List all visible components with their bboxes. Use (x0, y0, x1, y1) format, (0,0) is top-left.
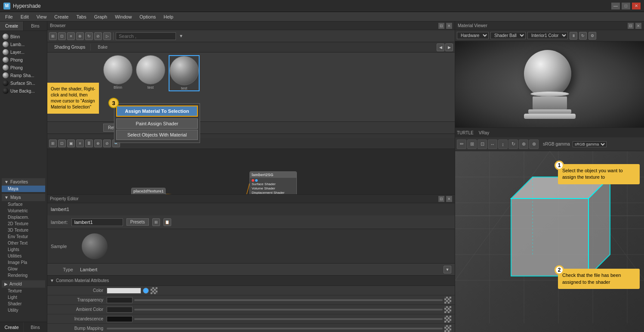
tb-icon-5[interactable]: ↻ (85, 32, 93, 40)
property-float-btn[interactable]: ⊟ (438, 196, 444, 202)
sidebar-item-rendering[interactable]: Rendering (2, 272, 45, 279)
sidebar-item-glow[interactable]: Glow (2, 266, 45, 272)
viewer-ball-dropdown[interactable]: Shader Ball (490, 32, 526, 39)
vp-tool-8[interactable]: ⊗ (529, 140, 539, 149)
menu-help[interactable]: Help (160, 13, 177, 20)
sidebar-item-utility[interactable]: Utility (2, 307, 45, 313)
graph-tb-3[interactable]: ▣ (67, 140, 75, 147)
type-dropdown-arrow[interactable]: ▼ (444, 266, 451, 273)
sidebar-item-maya[interactable]: Maya (2, 186, 45, 192)
browser-float-btn[interactable]: ⊟ (438, 23, 444, 29)
vp-tool-3[interactable]: ⊡ (478, 140, 487, 149)
sidebar-item-utilities[interactable]: Utilities (2, 253, 45, 259)
maximize-btn[interactable]: □ (622, 3, 630, 9)
vp-tool-6[interactable]: ↻ (508, 140, 518, 149)
node-place2dtexture[interactable]: place2dTexture1 Out UV[0] (131, 188, 166, 194)
material-swatch-1[interactable]: Blinn (103, 55, 132, 90)
menu-edit[interactable]: Edit (17, 13, 32, 20)
vp-tool-2[interactable]: ⊞ (467, 140, 477, 149)
sidebar-item-light[interactable]: Light (2, 294, 45, 301)
bake-tab[interactable]: Bake (92, 44, 113, 50)
prop-icon-1[interactable]: ⊞ (152, 218, 160, 226)
tb-icon-7[interactable]: ▷ (103, 32, 111, 40)
material-swatch-2[interactable]: test (136, 55, 165, 90)
graph-tb-2[interactable]: ⊡ (58, 140, 66, 147)
node-lambert2sg[interactable]: lambert2SG Surface Shader Volume Shader (250, 171, 297, 194)
create-bottom-btn[interactable]: Create (0, 322, 24, 332)
bump-checker[interactable] (444, 325, 451, 332)
close-btn[interactable]: ✕ (632, 3, 641, 9)
sidebar-item-envtexture[interactable]: Env Textur (2, 233, 45, 240)
turtle-tab[interactable]: TURTLE (457, 130, 474, 135)
sidebar-item-volumetric[interactable]: Volumetric (2, 208, 45, 214)
graph-tb-7[interactable]: ⊘ (103, 140, 111, 147)
material-swatch-3-selected[interactable]: test (169, 55, 200, 91)
graph-tb-6[interactable]: ⊕ (94, 140, 102, 147)
transparency-checker[interactable] (444, 297, 451, 304)
maya-group-header[interactable]: ▼ Maya (2, 194, 45, 201)
viewer-pause-btn[interactable]: ⏸ (570, 32, 577, 40)
sidebar-item-othertext[interactable]: Other Text (2, 240, 45, 246)
viewer-renderer-dropdown[interactable]: Hardware (457, 32, 489, 39)
sidebar-item-shader[interactable]: Shader (2, 301, 45, 307)
vp-tool-7[interactable]: ⊕ (519, 140, 528, 149)
attrs-section-header[interactable]: ▼ Common Material Attributes (47, 276, 455, 286)
transparency-swatch[interactable] (107, 297, 132, 303)
tb-icon-2[interactable]: ⊡ (58, 32, 66, 40)
bump-slider-track[interactable] (107, 328, 443, 329)
window-controls[interactable]: — □ ✕ (611, 3, 641, 9)
menu-view[interactable]: View (33, 13, 50, 20)
gamma-dropdown[interactable]: sRGB gamma (573, 141, 607, 147)
sidebar-item-imageplane[interactable]: Image Pla (2, 259, 45, 266)
create-tab[interactable]: Create (0, 22, 24, 31)
graph-tb-5[interactable]: ≣ (85, 140, 93, 147)
menu-options[interactable]: Options (136, 13, 159, 20)
collapse-icon[interactable]: ▶ (445, 43, 453, 51)
bins-tab[interactable]: Bins (24, 22, 47, 31)
ambient-checker[interactable] (444, 306, 451, 313)
viewer-settings-btn[interactable]: ⚙ (589, 32, 596, 40)
search-input[interactable] (116, 32, 176, 40)
tb-icon-6[interactable]: ⊘ (94, 32, 102, 40)
viewer-hdri-dropdown[interactable]: Interior1 Color (527, 32, 568, 39)
vp-tool-5[interactable]: ↕ (498, 140, 508, 149)
favorites-group-header[interactable]: ▼ Favorites (2, 178, 45, 186)
incandescence-swatch[interactable] (107, 316, 132, 322)
viewer-refresh-btn[interactable]: ↻ (579, 32, 587, 40)
incandescence-slider-track[interactable] (134, 318, 443, 320)
expand-icon[interactable]: ◀ (437, 43, 444, 51)
presets-button[interactable]: Presets (126, 218, 149, 226)
incandescence-checker[interactable] (444, 316, 451, 323)
minimize-btn[interactable]: — (611, 3, 620, 9)
sidebar-item-surface[interactable]: Surface (2, 201, 45, 208)
sidebar-item-3dtexture[interactable]: 3D Texture (2, 227, 45, 233)
select-objects-btn[interactable]: Select Objects With Material (116, 130, 198, 140)
sidebar-item-texture[interactable]: Texture (2, 288, 45, 294)
menu-window[interactable]: Window (111, 13, 135, 20)
arnold-group-header[interactable]: ▶ Arnold (2, 280, 45, 288)
graph-tb-4[interactable]: ≡ (76, 140, 84, 147)
lambert-name-input[interactable] (71, 218, 123, 226)
color-checker[interactable] (151, 287, 157, 294)
vp-tool-4[interactable]: ↔ (488, 140, 497, 149)
sidebar-item-lights[interactable]: Lights (2, 246, 45, 253)
tb-icon-3[interactable]: ≡ (67, 32, 75, 40)
shading-groups-tab[interactable]: Shading Groups (49, 44, 91, 50)
ambient-swatch[interactable] (107, 307, 132, 313)
browser-close-btn[interactable]: ✕ (446, 23, 452, 29)
tb-icon-4[interactable]: ⊕ (76, 32, 84, 40)
paint-assign-btn[interactable]: Paint Assign Shader (116, 118, 198, 129)
tb-icon-1[interactable]: ⊞ (49, 32, 57, 40)
graph-tb-1[interactable]: ⊞ (49, 140, 57, 147)
menu-create[interactable]: Create (51, 13, 72, 20)
property-close-btn[interactable]: ✕ (446, 196, 452, 202)
menu-file[interactable]: File (2, 13, 16, 20)
bins-bottom-btn[interactable]: Bins (24, 322, 47, 332)
menu-tabs[interactable]: Tabs (73, 13, 89, 20)
sidebar-item-displacement[interactable]: Displacem. (2, 214, 45, 220)
vray-tab[interactable]: VRay (479, 130, 489, 135)
prop-icon-2[interactable]: 📋 (163, 218, 171, 226)
viewer-close-btn[interactable]: ✕ (635, 23, 641, 29)
viewer-float-btn[interactable]: ⊟ (628, 23, 634, 29)
sidebar-item-2dtexture[interactable]: 2D Texture (2, 220, 45, 227)
